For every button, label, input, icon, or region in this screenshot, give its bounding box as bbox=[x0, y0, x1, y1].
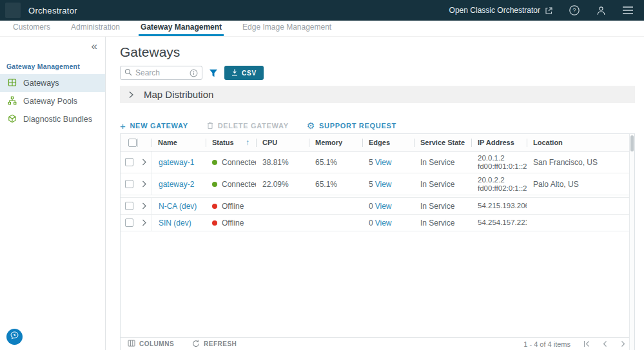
table-row[interactable]: SIN (dev)Offline0ViewIn Service54.254.15… bbox=[121, 215, 634, 231]
support-request-button[interactable]: ⚙ SUPPORT REQUEST bbox=[307, 122, 396, 130]
ip-address-cell: 54.215.193.206 bbox=[471, 202, 527, 210]
row-expand-chevron[interactable] bbox=[137, 202, 151, 209]
sidebar-item-label: Gateway Pools bbox=[23, 97, 77, 106]
scrollbar-thumb[interactable] bbox=[630, 135, 634, 151]
help-icon[interactable]: ? bbox=[569, 5, 580, 16]
sidebar-item-diagnostic-bundles[interactable]: Diagnostic Bundles bbox=[0, 110, 105, 128]
menu-icon[interactable] bbox=[622, 6, 634, 15]
cpu-cell: 38.81% bbox=[256, 158, 309, 167]
csv-export-button[interactable]: CSV bbox=[224, 66, 264, 80]
search-input[interactable] bbox=[135, 68, 181, 77]
row-checkbox[interactable] bbox=[121, 151, 137, 173]
feedback-button[interactable] bbox=[6, 329, 23, 345]
sidebar: « Gateway Management Gateways Gateway Po… bbox=[0, 37, 106, 350]
chat-bubble-icon bbox=[10, 331, 19, 343]
map-distribution-panel[interactable]: Map Distribution bbox=[120, 86, 635, 103]
edges-cell: 0View bbox=[362, 202, 414, 211]
columns-icon bbox=[128, 340, 135, 348]
select-all-checkbox[interactable] bbox=[121, 134, 137, 151]
search-icon bbox=[124, 67, 132, 79]
tab-customers[interactable]: Customers bbox=[13, 23, 50, 36]
column-header-service-state[interactable]: Service State bbox=[414, 134, 471, 151]
tab-edge-image-management[interactable]: Edge Image Management bbox=[242, 23, 331, 36]
edges-view-link[interactable]: View bbox=[375, 202, 392, 211]
edges-cell: 5View bbox=[362, 180, 414, 189]
memory-cell: 65.1% bbox=[309, 158, 362, 167]
plus-icon: + bbox=[120, 122, 126, 130]
service-state-cell: In Service bbox=[414, 202, 471, 211]
pagination-range-label: 1 - 4 of 4 items bbox=[523, 340, 571, 348]
csv-label: CSV bbox=[242, 70, 257, 77]
row-checkbox[interactable] bbox=[121, 173, 137, 195]
sidebar-collapse-icon[interactable]: « bbox=[92, 41, 97, 52]
gateway-name-link[interactable]: gateway-1 bbox=[151, 151, 206, 173]
sidebar-item-gateways[interactable]: Gateways bbox=[0, 74, 105, 92]
diagnostic-bundles-icon bbox=[8, 114, 17, 125]
table-body: gateway-1Connected38.81%65.1%5ViewIn Ser… bbox=[121, 151, 634, 337]
filter-icon[interactable] bbox=[209, 69, 218, 77]
table-scrollbar bbox=[629, 134, 634, 350]
download-icon bbox=[231, 69, 238, 77]
status-cell: Offline bbox=[206, 202, 256, 211]
column-header-ip-address[interactable]: IP Address bbox=[471, 134, 527, 151]
row-checkbox[interactable] bbox=[121, 215, 137, 231]
location-cell: San Francisco, US bbox=[527, 158, 634, 167]
previous-page-icon[interactable] bbox=[601, 340, 609, 347]
table-row[interactable]: gateway-1Connected38.81%65.1%5ViewIn Ser… bbox=[121, 151, 634, 173]
open-classic-orchestrator-link[interactable]: Open Classic Orchestrator bbox=[449, 6, 553, 15]
gateway-name-link[interactable]: N-CA (dev) bbox=[151, 198, 206, 214]
column-header-edges[interactable]: Edges bbox=[362, 134, 414, 151]
refresh-button[interactable]: REFRESH bbox=[192, 340, 237, 349]
sidebar-item-label: Diagnostic Bundles bbox=[23, 115, 92, 124]
column-header-memory[interactable]: Memory bbox=[309, 134, 362, 151]
column-header-status[interactable]: Status↑ bbox=[206, 134, 256, 151]
tab-administration[interactable]: Administration bbox=[71, 23, 120, 36]
table-row[interactable]: N-CA (dev)Offline0ViewIn Service54.215.1… bbox=[121, 198, 634, 215]
page-title: Gateways bbox=[120, 45, 635, 59]
gateway-name-link[interactable]: SIN (dev) bbox=[151, 215, 206, 231]
app-logo bbox=[5, 3, 21, 18]
gateway-name-link[interactable]: gateway-2 bbox=[151, 173, 206, 195]
sidebar-item-gateway-pools[interactable]: Gateway Pools bbox=[0, 92, 105, 110]
trash-icon bbox=[206, 121, 214, 131]
next-page-icon[interactable] bbox=[620, 340, 627, 347]
edges-view-link[interactable]: View bbox=[375, 219, 392, 228]
columns-button[interactable]: COLUMNS bbox=[128, 340, 174, 348]
table-row[interactable]: gateway-2Connected22.09%65.1%5ViewIn Ser… bbox=[121, 173, 634, 195]
svg-text:?: ? bbox=[572, 6, 576, 14]
new-gateway-button[interactable]: + NEW GATEWAY bbox=[120, 122, 188, 130]
sidebar-section-label: Gateway Management bbox=[6, 63, 105, 70]
edges-view-link[interactable]: View bbox=[375, 180, 392, 189]
service-state-cell: In Service bbox=[414, 180, 471, 189]
gateways-table: Name Status↑ CPU Memory Edges Service St… bbox=[120, 133, 635, 350]
cpu-cell: 22.09% bbox=[256, 180, 309, 189]
row-checkbox[interactable] bbox=[121, 198, 137, 214]
main-content: Gateways CSV bbox=[106, 37, 644, 350]
expand-column-header bbox=[137, 134, 151, 151]
row-expand-chevron[interactable] bbox=[137, 180, 151, 188]
ip-address-cell: 20.0.2.2fd00:ff02:0:1::2 bbox=[471, 176, 527, 193]
refresh-icon bbox=[192, 340, 200, 349]
gateways-icon bbox=[8, 78, 17, 89]
open-classic-orchestrator-label: Open Classic Orchestrator bbox=[449, 6, 540, 15]
row-expand-chevron[interactable] bbox=[137, 159, 151, 166]
service-state-cell: In Service bbox=[414, 158, 471, 167]
column-header-cpu[interactable]: CPU bbox=[256, 134, 309, 151]
external-link-icon bbox=[545, 6, 553, 15]
map-distribution-label: Map Distribution bbox=[144, 89, 213, 100]
info-icon[interactable] bbox=[190, 69, 198, 77]
delete-gateway-button[interactable]: DELETE GATEWAY bbox=[206, 121, 289, 131]
tab-gateway-management[interactable]: Gateway Management bbox=[141, 23, 222, 36]
edges-cell: 0View bbox=[362, 219, 414, 228]
gear-icon: ⚙ bbox=[307, 122, 315, 130]
status-cell: Connected bbox=[206, 158, 256, 167]
user-icon[interactable] bbox=[596, 5, 607, 16]
first-page-icon[interactable] bbox=[583, 340, 590, 347]
row-expand-chevron[interactable] bbox=[137, 219, 151, 226]
table-empty-area bbox=[121, 231, 634, 337]
gateway-pools-icon bbox=[8, 96, 17, 107]
edges-view-link[interactable]: View bbox=[375, 158, 392, 167]
column-header-location[interactable]: Location bbox=[527, 134, 634, 151]
table-action-bar: + NEW GATEWAY DELETE GATEWAY ⚙ SUPPORT R… bbox=[120, 121, 635, 131]
column-header-name[interactable]: Name bbox=[151, 134, 206, 151]
